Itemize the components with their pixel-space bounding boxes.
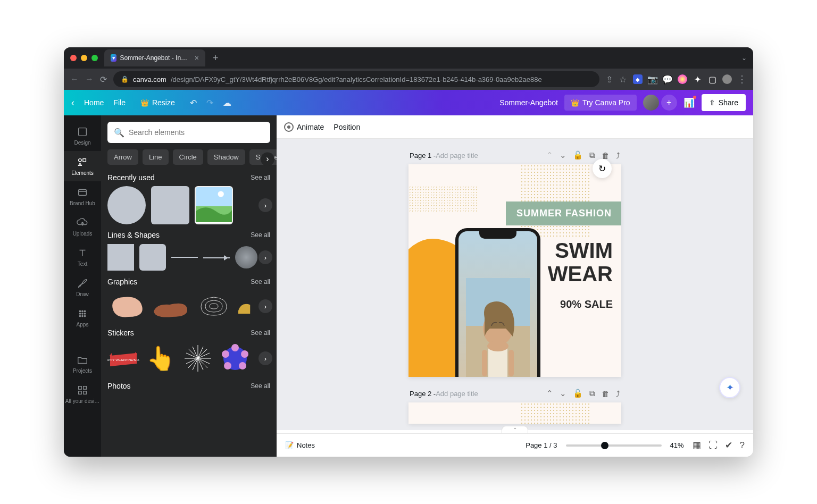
graphic-blob-pink[interactable] (107, 293, 146, 320)
shape-square[interactable] (107, 244, 134, 271)
see-all-link[interactable]: See all (251, 231, 270, 239)
row-scroll-right-icon[interactable]: › (259, 351, 272, 365)
row-scroll-right-icon[interactable]: › (259, 250, 272, 264)
share-button[interactable]: ⇧Share (702, 94, 746, 111)
sale-text[interactable]: 90% SALE (560, 298, 613, 310)
profile-avatar-icon[interactable] (722, 74, 732, 84)
design-canvas-page-1[interactable]: SUMMER FASHION SWIMWEAR 90% SALE (408, 164, 621, 377)
redo-button[interactable]: ↷ (206, 98, 213, 108)
sticker-valentines-badge[interactable]: HAPPY VALENTINE'S DAY (107, 342, 139, 374)
extension-2[interactable]: 📷 (648, 74, 657, 84)
recent-square-shape[interactable] (151, 186, 189, 224)
search-input-wrapper[interactable]: 🔍 (107, 122, 270, 143)
checkmark-circle-icon[interactable]: ✔ (725, 440, 732, 451)
zoom-slider-knob[interactable] (601, 442, 608, 449)
extension-4[interactable] (678, 74, 687, 84)
page-lock-icon[interactable]: 🔓 (573, 150, 583, 160)
page-down-icon[interactable]: ⌄ (560, 150, 566, 160)
page-down-icon[interactable]: ⌄ (560, 389, 566, 398)
page-up-icon[interactable]: ⌃ (546, 150, 553, 160)
search-input[interactable] (129, 128, 264, 137)
rail-projects[interactable]: Projects (64, 349, 101, 379)
tags-scroll-right-icon[interactable]: › (261, 152, 274, 166)
notes-button[interactable]: 📝Notes (285, 441, 315, 449)
address-bar[interactable]: 🔒 canva.com/design/DAFX9yC_gtY/3Wt4dRtfj… (113, 71, 599, 87)
new-tab-button[interactable]: + (213, 53, 219, 64)
design-canvas-page-2[interactable] (408, 402, 621, 424)
rail-draw[interactable]: Draw (64, 272, 101, 303)
chrome-menu-icon[interactable]: ⋮ (737, 74, 747, 84)
row-scroll-right-icon[interactable]: › (259, 198, 272, 212)
ai-assistant-button[interactable]: ✦ (719, 377, 740, 398)
file-menu[interactable]: File (113, 98, 126, 107)
tag-line[interactable]: Line (143, 149, 169, 165)
extensions-puzzle-icon[interactable]: ✦ (693, 74, 702, 84)
recent-circle-shape[interactable] (107, 186, 146, 224)
page-strip-toggle[interactable]: ⌃ (502, 426, 528, 433)
page-title-hint[interactable]: Add page title (436, 390, 478, 398)
close-tab-icon[interactable]: × (195, 54, 199, 62)
rail-design[interactable]: Design (64, 121, 101, 151)
back-chevron-icon[interactable]: ‹ (71, 97, 74, 108)
share-url-icon[interactable]: ⇪ (606, 74, 613, 85)
tabs-overflow-icon[interactable]: ⌄ (741, 54, 747, 62)
back-button[interactable]: ← (70, 74, 79, 84)
sticker-flower-badge[interactable] (219, 342, 251, 374)
canvas-scroll[interactable]: Page 1 - Add page title ⌃ ⌄ 🔓 ⧉ 🗑 ⤴ (277, 139, 753, 430)
summer-fashion-tag[interactable]: SUMMER FASHION (506, 201, 621, 225)
resize-button[interactable]: 👑Resize (135, 95, 180, 110)
shape-line[interactable] (171, 257, 198, 258)
fullscreen-icon[interactable]: ⛶ (708, 440, 718, 451)
maximize-window[interactable] (91, 55, 98, 61)
position-button[interactable]: Position (334, 123, 360, 131)
sticker-pointer-hand[interactable]: 👆 (145, 342, 177, 374)
try-canva-pro-button[interactable]: 👑Try Canva Pro (564, 95, 637, 111)
browser-tab[interactable]: ♥ Sommer-Angebot - Instagram × (104, 49, 205, 66)
sticker-sparkle[interactable] (182, 342, 214, 374)
tag-shadow[interactable]: Shadow (207, 149, 245, 165)
extension-1[interactable]: ◆ (633, 74, 643, 84)
page-lock-icon[interactable]: 🔓 (573, 389, 583, 398)
page-duplicate-icon[interactable]: ⧉ (589, 150, 595, 160)
forward-button[interactable]: → (85, 74, 94, 84)
extension-3[interactable]: 💬 (663, 74, 672, 84)
home-link[interactable]: Home (84, 98, 104, 107)
shape-circle-gradient[interactable] (235, 246, 257, 268)
rail-text[interactable]: Text (64, 242, 101, 272)
page-delete-icon[interactable]: 🗑 (602, 389, 610, 398)
animate-button[interactable]: Animate (284, 122, 324, 132)
shape-rounded-square[interactable] (139, 244, 166, 271)
bookmark-icon[interactable]: ☆ (619, 74, 627, 85)
tag-circle[interactable]: Circle (173, 149, 203, 165)
graphic-blob-brown[interactable] (151, 293, 189, 320)
cloud-sync-icon[interactable]: ☁ (223, 98, 231, 108)
phone-mockup[interactable] (455, 228, 540, 377)
rail-uploads[interactable]: Uploads (64, 212, 101, 242)
page-title-hint[interactable]: Add page title (436, 152, 478, 159)
rail-all-your-designs[interactable]: All your desi… (64, 379, 101, 409)
recent-image-placeholder[interactable] (195, 186, 233, 224)
regenerate-button[interactable]: ↻ (593, 159, 612, 178)
insights-icon[interactable]: 📊 (683, 97, 695, 108)
minimize-window[interactable] (81, 55, 87, 61)
reload-button[interactable]: ⟳ (100, 74, 107, 85)
page-up-icon[interactable]: ⌃ (546, 389, 553, 398)
see-all-link[interactable]: See all (251, 278, 270, 285)
page-add-icon[interactable]: ⤴ (616, 389, 620, 398)
see-all-link[interactable]: See all (251, 329, 270, 337)
page-delete-icon[interactable]: 🗑 (602, 151, 610, 160)
swimwear-heading[interactable]: SWIMWEAR (548, 239, 613, 285)
close-window[interactable] (70, 55, 77, 61)
page-duplicate-icon[interactable]: ⧉ (589, 389, 595, 398)
graphic-blob-gold[interactable] (238, 293, 260, 320)
rail-brand-hub[interactable]: Brand Hub (64, 181, 101, 212)
add-collaborator-button[interactable]: + (661, 95, 677, 111)
document-title[interactable]: Sommer-Angebot (499, 98, 558, 107)
user-avatar[interactable] (643, 95, 659, 111)
zoom-percent[interactable]: 41% (670, 441, 684, 449)
sidepanel-icon[interactable]: ▢ (707, 74, 717, 84)
undo-button[interactable]: ↶ (190, 98, 197, 108)
graphic-topographic[interactable] (195, 293, 233, 320)
rail-elements[interactable]: Elements (64, 151, 101, 181)
rail-apps[interactable]: Apps (64, 303, 101, 333)
